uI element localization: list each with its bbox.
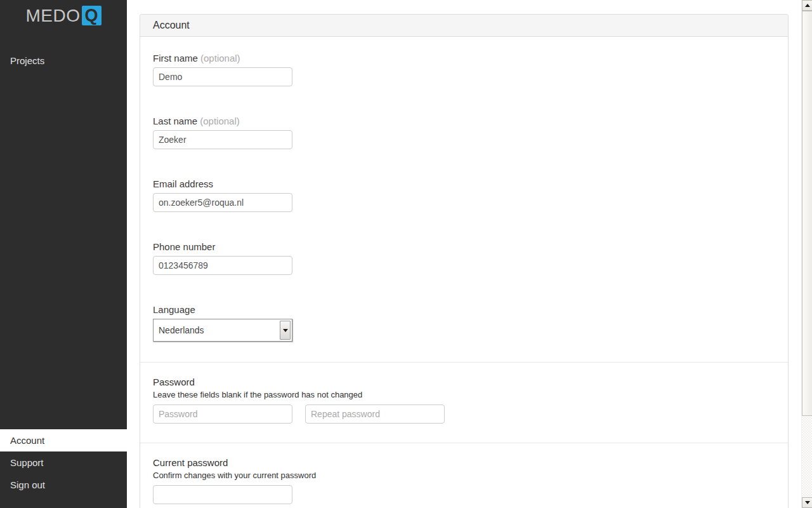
email-label: Email address: [153, 178, 775, 189]
current-password-hint: Confirm changes with your current passwo…: [153, 471, 775, 481]
optional-hint: (optional): [200, 116, 240, 126]
sidebar-item-label: Sign out: [10, 479, 45, 490]
vertical-scrollbar[interactable]: [801, 0, 812, 508]
password-inputs-row: [153, 404, 775, 424]
arrow-up-icon: [805, 4, 810, 7]
account-card: Account First name (optional) Last name …: [140, 14, 789, 508]
scrollbar-down-button[interactable]: [802, 497, 812, 508]
medoq-logo[interactable]: MEDO Q: [0, 0, 127, 25]
arrow-down-icon: [805, 501, 810, 504]
main-content: Account First name (optional) Last name …: [140, 0, 789, 508]
scrollbar-up-button[interactable]: [802, 0, 812, 11]
password-heading: Password: [153, 377, 775, 387]
sidebar-item-label: Account: [10, 435, 44, 446]
new-password-input[interactable]: [153, 404, 292, 424]
first-name-label: First name (optional): [153, 53, 775, 64]
select-dropdown-button[interactable]: [280, 321, 291, 340]
phone-group: Phone number: [153, 241, 775, 275]
repeat-password-input[interactable]: [305, 404, 445, 424]
language-select[interactable]: Nederlands: [153, 319, 292, 342]
current-password-heading: Current password: [153, 457, 775, 468]
logo-q-icon: Q: [82, 6, 102, 25]
card-header: Account: [140, 15, 788, 37]
email-group: Email address: [153, 178, 775, 212]
current-password-section: Current password Confirm changes with yo…: [140, 443, 788, 508]
last-name-group: Last name (optional): [153, 116, 775, 149]
sidebar-item-sign-out[interactable]: Sign out: [0, 474, 127, 496]
chevron-down-icon: [283, 329, 288, 332]
first-name-input[interactable]: [153, 67, 292, 86]
language-select-value: Nederlands: [154, 325, 280, 335]
page-title: Account: [153, 20, 190, 31]
sidebar-item-label: Projects: [10, 55, 44, 66]
phone-label: Phone number: [153, 241, 775, 252]
current-password-input[interactable]: [153, 485, 292, 504]
last-name-label: Last name (optional): [153, 116, 775, 126]
password-section: Password Leave these fields blank if the…: [140, 362, 788, 443]
language-group: Language Nederlands: [153, 304, 775, 342]
profile-section: First name (optional) Last name (optiona…: [140, 37, 788, 362]
password-hint: Leave these fields blank if the password…: [153, 390, 775, 400]
sidebar-item-support[interactable]: Support: [0, 451, 127, 474]
first-name-group: First name (optional): [153, 53, 775, 86]
phone-input[interactable]: [153, 256, 292, 275]
sidebar: MEDO Q Projects Account Support Sign out: [0, 0, 127, 508]
email-field[interactable]: [153, 193, 292, 212]
last-name-input[interactable]: [153, 130, 292, 149]
logo-text: MEDO: [26, 6, 81, 25]
language-label: Language: [153, 304, 775, 315]
sidebar-item-account[interactable]: Account: [0, 429, 127, 451]
sidebar-bottom-menu: Account Support Sign out: [0, 429, 127, 496]
scrollbar-thumb[interactable]: [802, 11, 812, 416]
optional-hint: (optional): [200, 53, 240, 64]
sidebar-item-label: Support: [10, 457, 44, 468]
sidebar-item-projects[interactable]: Projects: [0, 50, 127, 72]
